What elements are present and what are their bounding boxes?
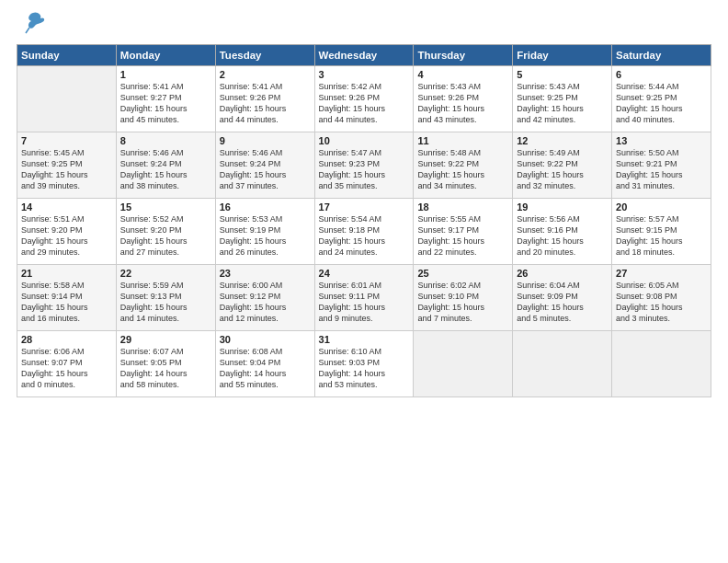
day-number: 7 [21,135,112,146]
calendar-page: SundayMondayTuesdayWednesdayThursdayFrid… [0,0,728,563]
day-number: 31 [319,334,410,345]
cell-content: Sunrise: 5:46 AM Sunset: 9:24 PM Dayligh… [120,147,211,192]
calendar-cell: 5Sunrise: 5:43 AM Sunset: 9:25 PM Daylig… [513,66,612,132]
day-number: 28 [21,334,112,345]
calendar-cell: 18Sunrise: 5:55 AM Sunset: 9:17 PM Dayli… [414,199,513,265]
day-header-monday: Monday [116,45,215,66]
calendar-cell: 30Sunrise: 6:08 AM Sunset: 9:04 PM Dayli… [215,331,314,397]
calendar-cell: 19Sunrise: 5:56 AM Sunset: 9:16 PM Dayli… [513,199,612,265]
cell-content: Sunrise: 5:45 AM Sunset: 9:25 PM Dayligh… [21,147,112,192]
day-number: 6 [616,69,707,80]
cell-content: Sunrise: 6:07 AM Sunset: 9:05 PM Dayligh… [120,346,211,391]
calendar-cell: 14Sunrise: 5:51 AM Sunset: 9:20 PM Dayli… [17,199,117,265]
cell-content: Sunrise: 5:48 AM Sunset: 9:22 PM Dayligh… [417,147,508,192]
cell-content: Sunrise: 6:04 AM Sunset: 9:09 PM Dayligh… [517,280,608,325]
day-header-tuesday: Tuesday [215,45,314,66]
day-number: 18 [417,201,508,213]
day-number: 17 [319,201,410,213]
cell-content: Sunrise: 5:58 AM Sunset: 9:14 PM Dayligh… [21,280,112,325]
calendar-cell: 6Sunrise: 5:44 AM Sunset: 9:25 PM Daylig… [612,66,711,132]
calendar-cell: 11Sunrise: 5:48 AM Sunset: 9:22 PM Dayli… [414,132,513,199]
day-number: 23 [220,268,311,279]
day-number: 19 [517,201,608,213]
cell-content: Sunrise: 5:41 AM Sunset: 9:26 PM Dayligh… [220,81,311,126]
calendar-cell [414,331,513,397]
cell-content: Sunrise: 5:41 AM Sunset: 9:27 PM Dayligh… [120,81,211,126]
week-row-1: 1Sunrise: 5:41 AM Sunset: 9:27 PM Daylig… [17,66,711,132]
day-number: 25 [417,268,508,279]
day-number: 5 [517,69,608,80]
cell-content: Sunrise: 5:44 AM Sunset: 9:25 PM Dayligh… [616,81,707,126]
cell-content: Sunrise: 5:59 AM Sunset: 9:13 PM Dayligh… [120,280,211,325]
cell-content: Sunrise: 5:51 AM Sunset: 9:20 PM Dayligh… [21,213,112,259]
day-number: 21 [21,268,112,279]
day-number: 11 [417,135,508,146]
calendar-cell: 15Sunrise: 5:52 AM Sunset: 9:20 PM Dayli… [116,199,215,265]
cell-content: Sunrise: 5:52 AM Sunset: 9:20 PM Dayligh… [120,213,211,259]
cell-content: Sunrise: 5:56 AM Sunset: 9:16 PM Dayligh… [517,213,608,259]
calendar-cell: 7Sunrise: 5:45 AM Sunset: 9:25 PM Daylig… [17,132,117,199]
week-row-5: 28Sunrise: 6:06 AM Sunset: 9:07 PM Dayli… [17,331,711,397]
cell-content: Sunrise: 6:10 AM Sunset: 9:03 PM Dayligh… [319,346,410,391]
day-number: 9 [220,135,311,146]
cell-content: Sunrise: 6:05 AM Sunset: 9:08 PM Dayligh… [616,280,707,325]
calendar-cell: 24Sunrise: 6:01 AM Sunset: 9:11 PM Dayli… [314,265,414,331]
cell-content: Sunrise: 5:46 AM Sunset: 9:24 PM Dayligh… [220,147,311,192]
day-number: 24 [319,268,410,279]
calendar-cell: 4Sunrise: 5:43 AM Sunset: 9:26 PM Daylig… [414,66,513,132]
cell-content: Sunrise: 5:43 AM Sunset: 9:25 PM Dayligh… [517,81,608,126]
cell-content: Sunrise: 6:00 AM Sunset: 9:12 PM Dayligh… [220,280,311,325]
cell-content: Sunrise: 6:01 AM Sunset: 9:11 PM Dayligh… [319,280,410,325]
cell-content: Sunrise: 5:54 AM Sunset: 9:18 PM Dayligh… [319,213,410,259]
cell-content: Sunrise: 5:55 AM Sunset: 9:17 PM Dayligh… [417,213,508,259]
calendar-cell: 28Sunrise: 6:06 AM Sunset: 9:07 PM Dayli… [17,331,117,397]
day-number: 16 [220,201,311,213]
calendar-cell: 22Sunrise: 5:59 AM Sunset: 9:13 PM Dayli… [116,265,215,331]
cell-content: Sunrise: 6:08 AM Sunset: 9:04 PM Dayligh… [220,346,311,391]
calendar-cell [612,331,711,397]
day-number: 22 [120,268,211,279]
calendar-cell: 27Sunrise: 6:05 AM Sunset: 9:08 PM Dayli… [612,265,711,331]
cell-content: Sunrise: 5:43 AM Sunset: 9:26 PM Dayligh… [417,81,508,126]
cell-content: Sunrise: 6:06 AM Sunset: 9:07 PM Dayligh… [21,346,112,391]
calendar-cell: 1Sunrise: 5:41 AM Sunset: 9:27 PM Daylig… [116,66,215,132]
day-header-wednesday: Wednesday [314,45,414,66]
week-row-4: 21Sunrise: 5:58 AM Sunset: 9:14 PM Dayli… [17,265,711,331]
day-number: 29 [120,334,211,345]
day-number: 4 [417,69,508,80]
cell-content: Sunrise: 5:53 AM Sunset: 9:19 PM Dayligh… [220,213,311,259]
calendar-cell: 31Sunrise: 6:10 AM Sunset: 9:03 PM Dayli… [314,331,414,397]
day-number: 30 [220,334,311,345]
day-number: 2 [220,69,311,80]
day-number: 15 [120,201,211,213]
day-number: 12 [517,135,608,146]
calendar-cell: 2Sunrise: 5:41 AM Sunset: 9:26 PM Daylig… [215,66,314,132]
day-header-saturday: Saturday [612,45,711,66]
calendar-cell: 23Sunrise: 6:00 AM Sunset: 9:12 PM Dayli… [215,265,314,331]
calendar-cell: 13Sunrise: 5:50 AM Sunset: 9:21 PM Dayli… [612,132,711,199]
calendar-table: SundayMondayTuesdayWednesdayThursdayFrid… [17,44,711,397]
day-number: 8 [120,135,211,146]
header-row: SundayMondayTuesdayWednesdayThursdayFrid… [17,45,711,66]
calendar-cell: 8Sunrise: 5:46 AM Sunset: 9:24 PM Daylig… [116,132,215,199]
day-header-sunday: Sunday [17,45,117,66]
week-row-2: 7Sunrise: 5:45 AM Sunset: 9:25 PM Daylig… [17,132,711,199]
cell-content: Sunrise: 5:47 AM Sunset: 9:23 PM Dayligh… [319,147,410,192]
cell-content: Sunrise: 5:42 AM Sunset: 9:26 PM Dayligh… [319,81,410,126]
logo [17,15,46,39]
week-row-3: 14Sunrise: 5:51 AM Sunset: 9:20 PM Dayli… [17,199,711,265]
day-number: 13 [616,135,707,146]
cell-content: Sunrise: 6:02 AM Sunset: 9:10 PM Dayligh… [417,280,508,325]
calendar-cell: 20Sunrise: 5:57 AM Sunset: 9:15 PM Dayli… [612,199,711,265]
day-number: 26 [517,268,608,279]
logo-bird-icon [20,9,46,39]
day-header-friday: Friday [513,45,612,66]
day-number: 1 [120,69,211,80]
cell-content: Sunrise: 5:49 AM Sunset: 9:22 PM Dayligh… [517,147,608,192]
calendar-cell [17,66,117,132]
calendar-cell: 9Sunrise: 5:46 AM Sunset: 9:24 PM Daylig… [215,132,314,199]
calendar-cell: 17Sunrise: 5:54 AM Sunset: 9:18 PM Dayli… [314,199,414,265]
calendar-cell: 25Sunrise: 6:02 AM Sunset: 9:10 PM Dayli… [414,265,513,331]
calendar-cell: 16Sunrise: 5:53 AM Sunset: 9:19 PM Dayli… [215,199,314,265]
day-number: 10 [319,135,410,146]
